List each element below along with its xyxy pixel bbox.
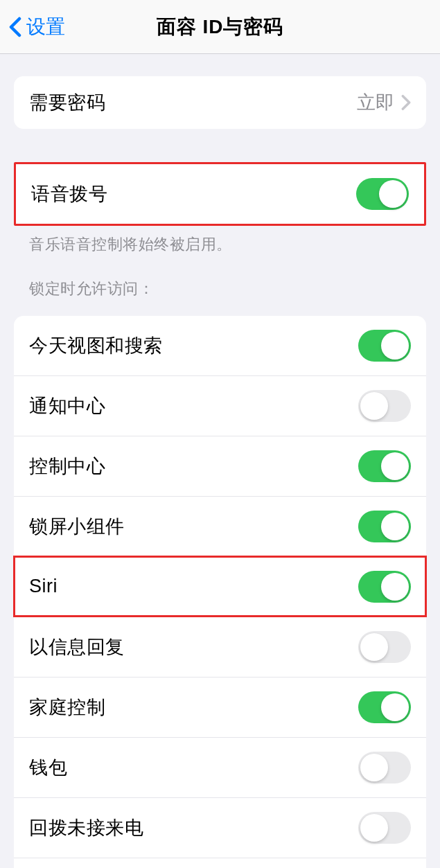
locked-access-toggle[interactable] [358,631,411,663]
locked-access-row: 通知中心 [14,375,426,436]
locked-access-toggle[interactable] [358,330,411,362]
chevron-left-icon [8,17,22,37]
toggle-knob [381,693,409,721]
nav-header: 设置 面容 ID与密码 [0,0,440,54]
chevron-right-icon [401,94,411,111]
locked-access-row: 控制中心 [14,436,426,496]
toggle-knob [360,814,388,842]
locked-access-row: 钱包 [14,737,426,797]
locked-access-toggle[interactable] [358,450,411,482]
locked-access-toggle[interactable] [358,812,411,844]
toggle-knob [379,180,407,208]
voice-dial-section: 语音拨号 [14,162,426,226]
toggle-knob [381,573,409,601]
locked-access-label: Siri [29,576,58,597]
locked-access-section: 今天视图和搜索通知中心控制中心锁屏小组件Siri以信息回复家庭控制钱包回拨未接来… [14,316,426,868]
locked-access-label: 控制中心 [29,454,105,479]
locked-access-toggle[interactable] [358,691,411,723]
require-passcode-value: 立即 [357,90,394,115]
toggle-knob [360,392,388,420]
locked-access-toggle[interactable] [358,390,411,422]
toggle-knob [360,633,388,661]
back-button[interactable]: 设置 [8,14,65,40]
toggle-knob [360,754,388,781]
back-label: 设置 [26,14,65,40]
require-passcode-row[interactable]: 需要密码 立即 [14,76,426,129]
require-passcode-section: 需要密码 立即 [14,76,426,129]
locked-access-label: 锁屏小组件 [29,514,125,539]
locked-access-toggle[interactable] [358,571,411,603]
locked-access-row: 回拨未接来电 [14,797,426,858]
locked-access-label: 家庭控制 [29,695,105,720]
locked-access-label: 回拨未接来电 [29,815,143,840]
locked-access-row: 锁屏小组件 [14,496,426,556]
voice-dial-row: 语音拨号 [16,164,424,224]
locked-access-header: 锁定时允许访问： [14,278,426,305]
toggle-knob [381,513,409,540]
locked-access-row: USB配件 [14,858,426,868]
locked-access-label: 通知中心 [29,393,105,418]
locked-access-row: Siri [14,556,426,617]
locked-access-toggle[interactable] [358,752,411,783]
require-passcode-value-wrap: 立即 [357,90,411,115]
locked-access-row: 以信息回复 [14,617,426,677]
locked-access-row: 今天视图和搜索 [14,316,426,375]
voice-dial-toggle[interactable] [356,178,409,210]
locked-access-label: 钱包 [29,755,67,780]
locked-access-label: 今天视图和搜索 [29,333,163,358]
locked-access-row: 家庭控制 [14,677,426,737]
toggle-knob [381,452,409,480]
voice-dial-footer: 音乐语音控制将始终被启用。 [14,226,426,255]
locked-access-toggle[interactable] [358,511,411,542]
toggle-knob [381,332,409,360]
page-title: 面容 ID与密码 [157,14,284,40]
require-passcode-label: 需要密码 [29,90,105,115]
voice-dial-label: 语音拨号 [31,181,107,206]
locked-access-label: 以信息回复 [29,635,125,659]
